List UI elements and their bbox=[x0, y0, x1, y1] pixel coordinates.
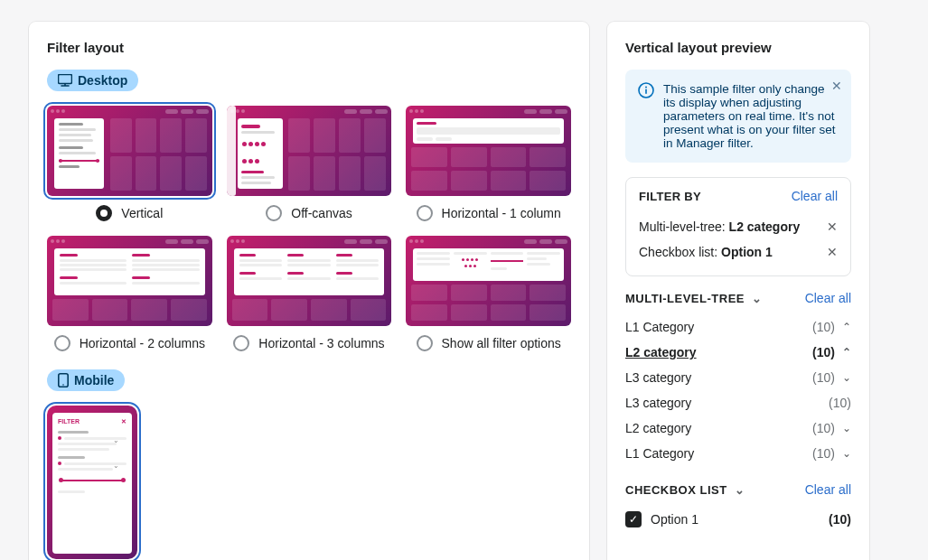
mobile-chip-label: Mobile bbox=[74, 373, 114, 387]
checkbox-row[interactable]: ✓ Option 1 (10) bbox=[625, 506, 851, 533]
thumb-mobile[interactable]: FILTER✕ ⌄ ⌄ bbox=[47, 406, 137, 559]
radio-offcanvas[interactable] bbox=[266, 205, 282, 221]
close-icon: ✕ bbox=[121, 418, 127, 425]
desktop-icon bbox=[58, 74, 72, 87]
layout-option-offcanvas[interactable]: Off-canvas bbox=[227, 106, 392, 221]
chevron-down-icon[interactable]: ⌄ bbox=[842, 422, 851, 434]
tree-section-title: MULTI-LEVEL-TREE bbox=[625, 292, 745, 305]
filter-layout-title: Filter layout bbox=[47, 40, 571, 55]
radio-vertical[interactable] bbox=[96, 205, 112, 221]
tree-row[interactable]: L3 category bbox=[625, 396, 691, 410]
mobile-thumb-title: FILTER bbox=[58, 418, 80, 425]
chevron-down-icon[interactable]: ⌄ bbox=[752, 292, 763, 305]
tree-row[interactable]: L3 category bbox=[625, 370, 691, 385]
filter-layout-card: Filter layout Desktop bbox=[29, 22, 589, 560]
layout-label: Off-canvas bbox=[291, 206, 352, 220]
chevron-down-icon[interactable]: ⌄ bbox=[842, 371, 851, 384]
layout-option-h1[interactable]: Horizontal - 1 column bbox=[406, 106, 571, 221]
thumb-offcanvas bbox=[227, 106, 392, 196]
thumb-vertical bbox=[47, 106, 212, 196]
thumb-show bbox=[406, 236, 571, 326]
svg-rect-0 bbox=[59, 75, 72, 84]
info-text: This sample filter only change its displ… bbox=[663, 82, 839, 150]
tree-list: L1 Category(10)⌃ L2 category(10)⌃ L3 cat… bbox=[625, 314, 851, 466]
layout-label: Show all filter options bbox=[442, 336, 561, 350]
layout-label: Vertical bbox=[121, 206, 163, 220]
preview-title: Vertical layout preview bbox=[625, 40, 851, 55]
checkbox-label: Option 1 bbox=[651, 512, 698, 527]
info-icon bbox=[638, 82, 654, 150]
remove-filter-button[interactable]: ✕ bbox=[827, 245, 838, 259]
desktop-chip-label: Desktop bbox=[78, 73, 127, 88]
layout-option-showall[interactable]: Show all filter options bbox=[406, 236, 571, 351]
clear-all-tree[interactable]: Clear all bbox=[805, 291, 851, 305]
layout-option-h2[interactable]: Horizontal - 2 columns bbox=[47, 236, 212, 351]
radio-h3[interactable] bbox=[233, 335, 249, 351]
layout-label: Horizontal - 1 column bbox=[442, 206, 561, 220]
tree-row[interactable]: L2 category bbox=[625, 421, 691, 435]
desktop-chip[interactable]: Desktop bbox=[47, 70, 138, 91]
chevron-up-icon[interactable]: ⌃ bbox=[842, 321, 851, 333]
filter-by-title: FILTER BY bbox=[639, 190, 701, 203]
svg-rect-7 bbox=[645, 89, 647, 95]
remove-filter-button[interactable]: ✕ bbox=[827, 219, 838, 234]
tree-row[interactable]: L2 category bbox=[625, 345, 697, 359]
tree-row[interactable]: L1 Category bbox=[625, 320, 694, 334]
radio-show[interactable] bbox=[417, 335, 433, 351]
mobile-icon bbox=[58, 373, 69, 387]
chevron-up-icon[interactable]: ⌃ bbox=[842, 346, 851, 359]
thumb-h1 bbox=[406, 106, 571, 196]
checkbox-section-title: CHECKBOX LIST bbox=[625, 483, 727, 497]
checkbox-count: (10) bbox=[829, 512, 851, 527]
layout-label: Horizontal - 3 columns bbox=[258, 336, 384, 350]
radio-h2[interactable] bbox=[54, 335, 70, 351]
close-info-button[interactable]: ✕ bbox=[831, 79, 842, 93]
chevron-down-icon[interactable]: ⌄ bbox=[842, 447, 851, 460]
svg-point-6 bbox=[645, 87, 647, 89]
thumb-h2 bbox=[47, 236, 212, 326]
clear-all-filterby[interactable]: Clear all bbox=[792, 189, 838, 203]
checkbox-checked[interactable]: ✓ bbox=[625, 511, 642, 527]
filter-item: Multi-level-tree: L2 category ✕ bbox=[639, 214, 838, 239]
layout-options-grid: Vertical bbox=[47, 106, 571, 351]
radio-h1[interactable] bbox=[417, 205, 433, 221]
preview-card: Vertical layout preview This sample filt… bbox=[607, 22, 869, 560]
filter-item: Checkbox list: Option 1 ✕ bbox=[639, 239, 838, 265]
thumb-h3 bbox=[227, 236, 392, 326]
chevron-down-icon[interactable]: ⌄ bbox=[735, 483, 745, 497]
clear-all-checkbox[interactable]: Clear all bbox=[805, 482, 851, 497]
layout-label: Horizontal - 2 columns bbox=[80, 336, 205, 350]
filter-by-box: FILTER BY Clear all Multi-level-tree: L2… bbox=[625, 177, 851, 276]
mobile-chip[interactable]: Mobile bbox=[47, 369, 125, 391]
svg-point-4 bbox=[62, 384, 64, 386]
tree-row[interactable]: L1 Category bbox=[625, 446, 694, 461]
layout-option-vertical[interactable]: Vertical bbox=[47, 106, 212, 221]
layout-option-h3[interactable]: Horizontal - 3 columns bbox=[227, 236, 392, 351]
info-banner: This sample filter only change its displ… bbox=[625, 70, 851, 163]
